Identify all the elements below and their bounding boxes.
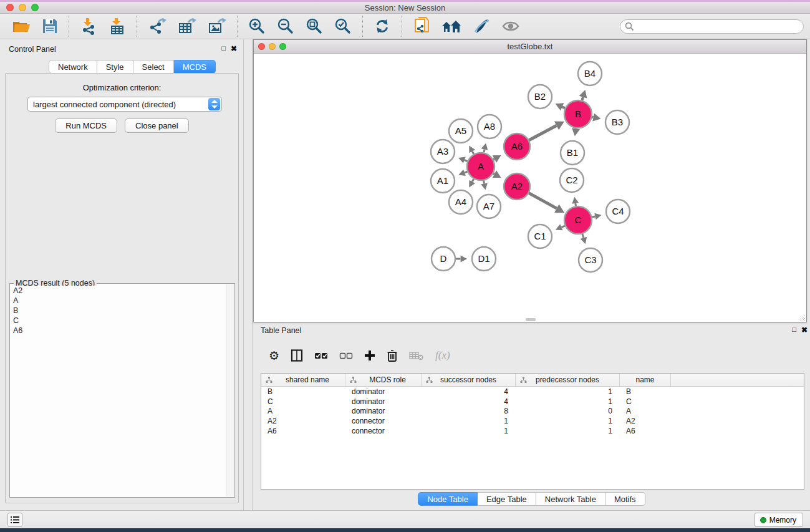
panel-splitter[interactable] <box>252 39 253 510</box>
graph-edge-A6-B[interactable] <box>529 125 556 140</box>
cell[interactable]: dominator <box>345 387 422 396</box>
table-row[interactable]: A6connector11A6 <box>261 426 804 436</box>
close-panel-icon[interactable]: ✖ <box>231 44 237 53</box>
cell[interactable]: A <box>261 407 345 415</box>
delete-table-button[interactable] <box>409 351 424 360</box>
run-mcds-button[interactable]: Run MCDS <box>55 118 117 133</box>
tab-style[interactable]: Style <box>97 60 133 74</box>
result-item[interactable]: B <box>13 306 226 316</box>
cell[interactable]: connector <box>345 417 422 425</box>
graph-edge-A-A1[interactable] <box>465 172 467 173</box>
cell[interactable]: dominator <box>345 397 422 406</box>
close-table-panel-icon[interactable]: ✖ <box>801 326 808 334</box>
function-builder-button[interactable]: f(x) <box>435 349 450 362</box>
node-table[interactable]: shared nameMCDS rolesuccessor nodesprede… <box>261 373 804 490</box>
cell[interactable]: A2 <box>620 417 671 425</box>
result-item[interactable]: A6 <box>13 326 226 336</box>
show-columns-button[interactable] <box>291 349 303 362</box>
cell[interactable]: A2 <box>261 417 345 425</box>
column-header-name[interactable]: name <box>620 374 671 386</box>
cell[interactable]: 1 <box>516 417 620 425</box>
column-header-predecessor-nodes[interactable]: predecessor nodes <box>516 374 620 386</box>
network-window-titlebar[interactable]: testGlobe.txt <box>254 40 806 54</box>
column-header-shared-name[interactable]: shared name <box>261 374 345 386</box>
tab-network[interactable]: Network <box>49 60 97 74</box>
result-item[interactable]: A <box>13 296 226 306</box>
graph-edge-A-A4[interactable] <box>472 179 473 181</box>
tab-select[interactable]: Select <box>133 60 174 74</box>
zoom-out-button[interactable] <box>273 16 298 36</box>
cell[interactable]: C <box>261 397 345 406</box>
annotation-mode-button[interactable] <box>469 17 494 36</box>
show-graphics-details-button[interactable] <box>498 17 524 35</box>
graph-edge-C-C1[interactable] <box>561 226 564 227</box>
select-all-columns-button[interactable] <box>314 351 328 360</box>
float-table-panel-icon[interactable]: □ <box>792 326 796 333</box>
table-row[interactable]: Adominator80A <box>261 407 804 417</box>
import-table-button[interactable] <box>105 16 130 36</box>
canvas-hscroll-thumb[interactable] <box>526 318 536 321</box>
cell[interactable]: 1 <box>516 387 620 396</box>
graph-edge-B-B4[interactable] <box>582 97 583 100</box>
export-table-button[interactable] <box>174 16 200 36</box>
criterion-select[interactable]: largest connected component (directed) <box>27 97 222 112</box>
column-header-successor-nodes[interactable]: successor nodes <box>422 374 516 386</box>
result-item[interactable]: C <box>13 316 226 326</box>
tab-edge-table[interactable]: Edge Table <box>478 492 536 506</box>
network-graph[interactable]: B4B2BB3A8A5A6A3B1AC2A1A2A4A7C4CC1C3DD1 <box>254 54 806 322</box>
cell[interactable]: 4 <box>422 387 516 396</box>
network-canvas[interactable]: B4B2BB3A8A5A6A3B1AC2A1A2A4A7C4CC1C3DD1 <box>254 54 806 322</box>
tab-motifs[interactable]: Motifs <box>605 492 645 506</box>
cell[interactable]: B <box>620 387 671 396</box>
cell[interactable]: 1 <box>516 397 620 406</box>
graph-edge-A-A7[interactable] <box>484 181 485 184</box>
save-session-button[interactable] <box>38 17 62 36</box>
search-input[interactable] <box>637 22 803 31</box>
cell[interactable]: dominator <box>345 407 422 415</box>
float-panel-icon[interactable]: □ <box>221 44 226 52</box>
graph-edge-A-A3[interactable] <box>465 160 468 162</box>
first-neighbors-button[interactable] <box>438 17 465 36</box>
graph-edge-A-A8[interactable] <box>484 150 485 153</box>
cell[interactable]: connector <box>345 427 422 435</box>
task-history-button[interactable] <box>7 513 22 527</box>
new-network-from-selection-button[interactable] <box>409 16 434 37</box>
table-settings-button[interactable]: ⚙ <box>269 350 279 362</box>
zoom-in-button[interactable] <box>244 16 269 36</box>
tab-node-table[interactable]: Node Table <box>418 492 478 506</box>
cell[interactable]: 1 <box>422 427 516 435</box>
cell[interactable]: C <box>620 397 671 406</box>
close-panel-button[interactable]: Close panel <box>125 118 189 133</box>
zoom-selected-button[interactable] <box>330 16 355 36</box>
memory-button[interactable]: Memory <box>755 513 803 527</box>
graph-edge-A-A5[interactable] <box>472 152 473 154</box>
panel-splitter[interactable] <box>243 39 244 510</box>
cell[interactable]: A6 <box>620 427 671 435</box>
table-row[interactable]: Cdominator41C <box>261 397 804 407</box>
graph-edge-A2-C[interactable] <box>529 193 557 209</box>
deselect-all-columns-button[interactable] <box>339 351 353 360</box>
graph-edge-A-A6[interactable] <box>493 159 494 160</box>
table-row[interactable]: Bdominator41B <box>261 387 804 397</box>
result-scrollbar[interactable] <box>226 284 234 496</box>
refresh-button[interactable] <box>370 16 395 36</box>
cell[interactable]: 1 <box>422 417 516 425</box>
graph-edge-A-A2[interactable] <box>493 173 494 174</box>
export-image-button[interactable] <box>204 16 230 36</box>
cell[interactable]: A6 <box>261 427 345 435</box>
zoom-fit-button[interactable] <box>302 16 327 36</box>
cell[interactable]: 8 <box>422 407 516 415</box>
cell[interactable]: 1 <box>516 427 620 435</box>
cell[interactable]: 0 <box>516 407 620 415</box>
import-network-button[interactable] <box>76 16 101 36</box>
graph-edge-C-C3[interactable] <box>582 234 584 238</box>
cell[interactable]: A <box>620 407 671 415</box>
export-network-button[interactable] <box>144 16 170 36</box>
tab-network-table[interactable]: Network Table <box>536 492 605 506</box>
column-header-MCDS-role[interactable]: MCDS role <box>345 374 422 386</box>
search-box[interactable] <box>620 19 804 34</box>
open-session-button[interactable] <box>8 17 34 36</box>
tab-mcds[interactable]: MCDS <box>174 60 216 74</box>
graph-edge-C-C2[interactable] <box>576 203 576 206</box>
table-row[interactable]: A2connector11A2 <box>261 416 804 426</box>
